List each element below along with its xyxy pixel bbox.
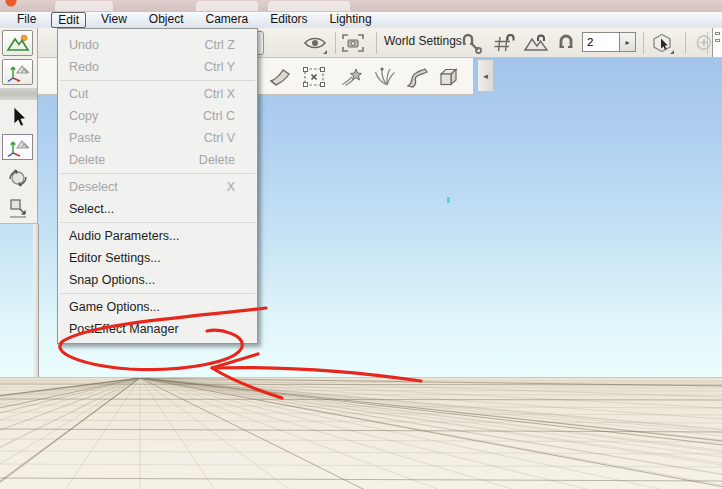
scale-tool-button[interactable] xyxy=(2,195,33,221)
terrain-scene-icon xyxy=(6,32,30,54)
rotate-icon xyxy=(6,166,30,190)
rotate-tool-button[interactable] xyxy=(2,165,33,191)
soft-snap-button[interactable] xyxy=(553,31,579,55)
scale-drop-icon xyxy=(6,196,30,220)
arrow-select-button[interactable] xyxy=(2,104,33,130)
menu-item-select[interactable]: Select... xyxy=(58,198,257,220)
titlebar-strip xyxy=(0,0,722,12)
axes-terrain-icon xyxy=(6,61,30,83)
menu-item-copy[interactable]: CopyCtrl C xyxy=(58,105,257,127)
menu-item-redo[interactable]: RedoCtrl Y xyxy=(58,56,257,78)
eye-icon xyxy=(303,34,327,52)
river-road-button[interactable] xyxy=(403,63,431,90)
menu-file[interactable]: File xyxy=(6,12,47,28)
object-cursor-icon xyxy=(650,32,674,54)
menu-separator xyxy=(60,293,255,294)
toolbar-separator xyxy=(335,32,336,54)
menu-item-cut[interactable]: CutCtrl X xyxy=(58,83,257,105)
world-editor-selected-button[interactable] xyxy=(2,134,33,160)
fountain-icon xyxy=(372,65,398,89)
menu-lighting[interactable]: Lighting xyxy=(319,12,383,28)
camera-frame-icon xyxy=(341,33,365,53)
terrain-scene-button[interactable] xyxy=(2,30,33,56)
grid-magnet-icon xyxy=(492,32,516,54)
menu-item-paste[interactable]: PasteCtrl V xyxy=(58,127,257,149)
palette-divider xyxy=(0,88,37,100)
snap-to-grid-button[interactable] xyxy=(491,31,517,55)
snap-to-terrain-button[interactable] xyxy=(523,31,549,55)
menu-item-deselect[interactable]: DeselectX xyxy=(58,176,257,198)
magnet-wrench-icon xyxy=(459,32,483,54)
marquee-x-icon xyxy=(301,65,327,89)
tool-palette xyxy=(0,28,38,224)
menu-separator xyxy=(60,80,255,81)
snap-size-input[interactable] xyxy=(582,32,620,52)
menu-edit[interactable]: Edit xyxy=(51,12,86,28)
menu-view[interactable]: View xyxy=(90,12,138,28)
magnet-icon xyxy=(556,33,576,53)
world-editor-button[interactable] xyxy=(2,59,33,85)
menu-item-posteffect-manager[interactable]: PostEffect Manager xyxy=(58,318,257,340)
object-select-button[interactable] xyxy=(649,31,675,55)
menu-separator xyxy=(60,173,255,174)
menu-separator xyxy=(60,222,255,223)
comet-emitter-button[interactable] xyxy=(338,63,366,90)
titlebar-highlight xyxy=(268,1,350,11)
edit-menu-dropdown: UndoCtrl Z RedoCtrl Y CutCtrl X CopyCtrl… xyxy=(57,28,258,344)
toolbar-separator xyxy=(707,32,708,54)
toolbar-scroll-button[interactable]: ◂ xyxy=(477,60,493,91)
menu-camera[interactable]: Camera xyxy=(195,12,260,28)
particle-fountain-button[interactable] xyxy=(371,63,399,90)
ramp-icon xyxy=(268,65,294,89)
world-settings-button[interactable]: World Settings xyxy=(384,34,462,48)
menu-item-snap-options[interactable]: Snap Options... xyxy=(58,269,257,291)
winding-road-icon xyxy=(404,65,430,89)
viewport-ground[interactable] xyxy=(0,377,722,489)
menu-item-undo[interactable]: UndoCtrl Z xyxy=(58,34,257,56)
toolbar-separator xyxy=(376,32,377,54)
snap-size-spinner: ▸ xyxy=(582,32,636,52)
axes-terrain-icon xyxy=(6,136,30,158)
menu-item-game-options[interactable]: Game Options... xyxy=(58,296,257,318)
menu-item-delete[interactable]: DeleteDelete xyxy=(58,149,257,171)
ramp-tool-button[interactable] xyxy=(267,63,295,90)
menu-item-audio-parameters[interactable]: Audio Parameters... xyxy=(58,225,257,247)
menu-editors[interactable]: Editors xyxy=(259,12,318,28)
titlebar-highlight xyxy=(196,1,258,11)
toolbar-separator xyxy=(643,32,644,54)
menu-item-editor-settings[interactable]: Editor Settings... xyxy=(58,247,257,269)
visibility-eye-button[interactable] xyxy=(302,31,328,55)
cube-icon xyxy=(436,65,462,89)
clipped-panel xyxy=(712,28,722,57)
camera-snapshot-button[interactable] xyxy=(340,31,366,55)
viewport-edge-strip xyxy=(33,224,39,377)
cursor-arrow-icon xyxy=(7,105,29,129)
menu-object[interactable]: Object xyxy=(138,12,195,28)
titlebar-highlight xyxy=(55,1,113,11)
menubar: File Edit View Object Camera Editors Lig… xyxy=(0,12,722,28)
snap-to-object-button[interactable] xyxy=(458,31,484,55)
spinner-arrow-button[interactable]: ▸ xyxy=(620,32,636,52)
toolbar-separator xyxy=(685,32,686,54)
editor-window: File Edit View Object Camera Editors Lig… xyxy=(0,0,722,489)
selection-marquee-button[interactable] xyxy=(300,63,328,90)
comet-icon xyxy=(339,65,365,89)
terrain-grid xyxy=(0,378,722,489)
terrain-magnet-icon xyxy=(523,33,549,53)
convex-shape-button[interactable] xyxy=(435,63,463,90)
distant-object xyxy=(447,197,450,203)
